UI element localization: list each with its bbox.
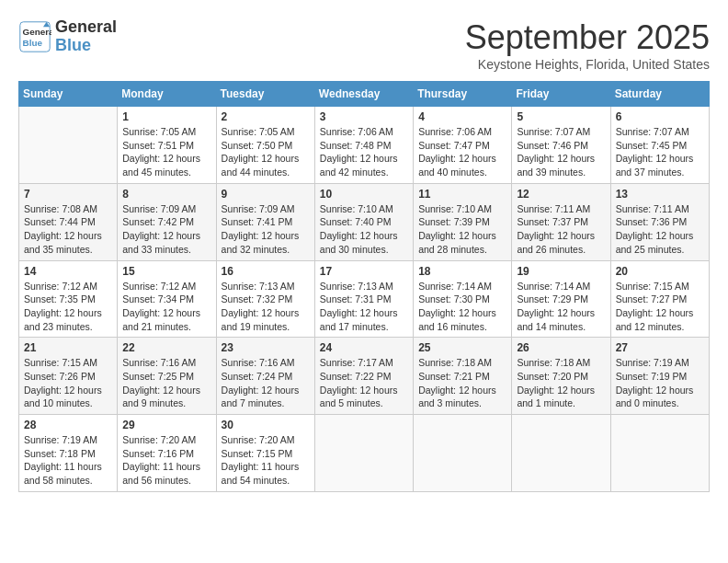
day-number: 9 <box>222 188 310 201</box>
day-info: Sunrise: 7:11 AM Sunset: 7:37 PM Dayligh… <box>517 202 605 257</box>
day-cell: 22Sunrise: 7:16 AM Sunset: 7:25 PM Dayli… <box>118 338 216 415</box>
day-number: 28 <box>24 419 112 431</box>
day-info: Sunrise: 7:15 AM Sunset: 7:26 PM Dayligh… <box>24 356 112 410</box>
day-info: Sunrise: 7:18 AM Sunset: 7:21 PM Dayligh… <box>418 356 506 410</box>
day-info: Sunrise: 7:05 AM Sunset: 7:50 PM Dayligh… <box>222 125 310 179</box>
day-cell: 1Sunrise: 7:05 AM Sunset: 7:51 PM Daylig… <box>118 107 216 184</box>
day-number: 15 <box>122 265 210 278</box>
week-row-2: 7Sunrise: 7:08 AM Sunset: 7:44 PM Daylig… <box>19 183 710 260</box>
day-number: 19 <box>517 265 605 278</box>
day-number: 24 <box>320 341 408 354</box>
day-cell: 26Sunrise: 7:18 AM Sunset: 7:20 PM Dayli… <box>512 338 610 415</box>
day-cell: 19Sunrise: 7:14 AM Sunset: 7:29 PM Dayli… <box>512 260 610 338</box>
day-number: 27 <box>616 341 704 354</box>
day-info: Sunrise: 7:19 AM Sunset: 7:18 PM Dayligh… <box>24 433 112 488</box>
week-row-5: 28Sunrise: 7:19 AM Sunset: 7:18 PM Dayli… <box>19 415 710 492</box>
day-number: 22 <box>122 341 210 354</box>
day-info: Sunrise: 7:16 AM Sunset: 7:24 PM Dayligh… <box>222 356 310 410</box>
day-info: Sunrise: 7:13 AM Sunset: 7:31 PM Dayligh… <box>320 280 408 334</box>
day-cell <box>414 415 512 492</box>
day-cell <box>19 107 118 184</box>
day-cell: 8Sunrise: 7:09 AM Sunset: 7:42 PM Daylig… <box>118 183 216 260</box>
day-cell: 21Sunrise: 7:15 AM Sunset: 7:26 PM Dayli… <box>19 338 118 415</box>
day-cell: 4Sunrise: 7:06 AM Sunset: 7:47 PM Daylig… <box>414 107 512 184</box>
day-info: Sunrise: 7:07 AM Sunset: 7:45 PM Dayligh… <box>616 125 704 179</box>
day-number: 2 <box>222 110 310 123</box>
day-cell: 15Sunrise: 7:12 AM Sunset: 7:34 PM Dayli… <box>118 260 216 338</box>
day-info: Sunrise: 7:12 AM Sunset: 7:35 PM Dayligh… <box>24 280 112 334</box>
week-row-1: 1Sunrise: 7:05 AM Sunset: 7:51 PM Daylig… <box>19 107 710 184</box>
week-row-3: 14Sunrise: 7:12 AM Sunset: 7:35 PM Dayli… <box>19 260 710 338</box>
day-cell: 18Sunrise: 7:14 AM Sunset: 7:30 PM Dayli… <box>414 260 512 338</box>
day-number: 11 <box>418 188 506 201</box>
day-number: 16 <box>222 265 310 278</box>
day-info: Sunrise: 7:06 AM Sunset: 7:47 PM Dayligh… <box>418 125 506 179</box>
day-cell: 9Sunrise: 7:09 AM Sunset: 7:41 PM Daylig… <box>216 183 314 260</box>
day-cell: 5Sunrise: 7:07 AM Sunset: 7:46 PM Daylig… <box>512 107 610 184</box>
day-info: Sunrise: 7:12 AM Sunset: 7:34 PM Dayligh… <box>122 280 210 334</box>
day-cell: 7Sunrise: 7:08 AM Sunset: 7:44 PM Daylig… <box>19 183 118 260</box>
calendar-body: 1Sunrise: 7:05 AM Sunset: 7:51 PM Daylig… <box>19 107 710 492</box>
day-cell: 16Sunrise: 7:13 AM Sunset: 7:32 PM Dayli… <box>216 260 314 338</box>
day-number: 25 <box>418 341 506 354</box>
day-number: 8 <box>122 188 210 201</box>
title-block: September 2025 Keystone Heights, Florida… <box>465 18 710 72</box>
day-cell <box>314 415 413 492</box>
calendar-table: SundayMondayTuesdayWednesdayThursdayFrid… <box>18 81 710 492</box>
day-number: 6 <box>616 110 704 123</box>
day-info: Sunrise: 7:19 AM Sunset: 7:19 PM Dayligh… <box>616 356 704 410</box>
day-number: 13 <box>616 188 704 201</box>
day-cell: 2Sunrise: 7:05 AM Sunset: 7:50 PM Daylig… <box>216 107 314 184</box>
logo-text: General Blue <box>55 18 117 55</box>
week-row-4: 21Sunrise: 7:15 AM Sunset: 7:26 PM Dayli… <box>19 338 710 415</box>
day-cell: 30Sunrise: 7:20 AM Sunset: 7:15 PM Dayli… <box>216 415 314 492</box>
weekday-header-friday: Friday <box>512 82 610 107</box>
weekday-header-row: SundayMondayTuesdayWednesdayThursdayFrid… <box>19 82 710 107</box>
day-info: Sunrise: 7:05 AM Sunset: 7:51 PM Dayligh… <box>122 125 210 179</box>
day-info: Sunrise: 7:14 AM Sunset: 7:29 PM Dayligh… <box>517 280 605 334</box>
day-number: 10 <box>320 188 408 201</box>
day-info: Sunrise: 7:17 AM Sunset: 7:22 PM Dayligh… <box>320 356 408 410</box>
day-number: 5 <box>517 110 605 123</box>
day-cell: 12Sunrise: 7:11 AM Sunset: 7:37 PM Dayli… <box>512 183 610 260</box>
day-number: 17 <box>320 265 408 278</box>
logo: General Blue General Blue <box>18 18 117 55</box>
day-number: 1 <box>122 110 210 123</box>
month-title: September 2025 <box>465 18 710 57</box>
day-number: 3 <box>320 110 408 123</box>
day-info: Sunrise: 7:10 AM Sunset: 7:40 PM Dayligh… <box>320 202 408 257</box>
day-number: 29 <box>122 419 210 431</box>
logo-line1: General <box>55 18 117 37</box>
day-info: Sunrise: 7:15 AM Sunset: 7:27 PM Dayligh… <box>616 280 704 334</box>
svg-text:General: General <box>23 27 52 37</box>
location: Keystone Heights, Florida, United States <box>465 57 710 72</box>
day-number: 26 <box>517 341 605 354</box>
day-info: Sunrise: 7:09 AM Sunset: 7:41 PM Dayligh… <box>222 202 310 257</box>
day-cell: 11Sunrise: 7:10 AM Sunset: 7:39 PM Dayli… <box>414 183 512 260</box>
day-number: 23 <box>222 341 310 354</box>
day-cell: 25Sunrise: 7:18 AM Sunset: 7:21 PM Dayli… <box>414 338 512 415</box>
day-number: 12 <box>517 188 605 201</box>
day-cell: 20Sunrise: 7:15 AM Sunset: 7:27 PM Dayli… <box>610 260 709 338</box>
day-cell: 27Sunrise: 7:19 AM Sunset: 7:19 PM Dayli… <box>610 338 709 415</box>
weekday-header-monday: Monday <box>118 82 216 107</box>
weekday-header-saturday: Saturday <box>610 82 709 107</box>
day-info: Sunrise: 7:09 AM Sunset: 7:42 PM Dayligh… <box>122 202 210 257</box>
logo-icon: General Blue <box>18 20 51 53</box>
day-cell: 17Sunrise: 7:13 AM Sunset: 7:31 PM Dayli… <box>314 260 413 338</box>
day-number: 7 <box>24 188 112 201</box>
weekday-header-sunday: Sunday <box>19 82 118 107</box>
day-info: Sunrise: 7:10 AM Sunset: 7:39 PM Dayligh… <box>418 202 506 257</box>
day-info: Sunrise: 7:20 AM Sunset: 7:15 PM Dayligh… <box>222 433 310 488</box>
day-info: Sunrise: 7:08 AM Sunset: 7:44 PM Dayligh… <box>24 202 112 257</box>
day-cell <box>610 415 709 492</box>
day-number: 14 <box>24 265 112 278</box>
day-number: 30 <box>222 419 310 431</box>
day-cell: 3Sunrise: 7:06 AM Sunset: 7:48 PM Daylig… <box>314 107 413 184</box>
page-header: General Blue General Blue September 2025… <box>18 18 710 72</box>
day-info: Sunrise: 7:20 AM Sunset: 7:16 PM Dayligh… <box>122 433 210 488</box>
day-cell: 28Sunrise: 7:19 AM Sunset: 7:18 PM Dayli… <box>19 415 118 492</box>
day-cell: 14Sunrise: 7:12 AM Sunset: 7:35 PM Dayli… <box>19 260 118 338</box>
day-info: Sunrise: 7:13 AM Sunset: 7:32 PM Dayligh… <box>222 280 310 334</box>
weekday-header-tuesday: Tuesday <box>216 82 314 107</box>
